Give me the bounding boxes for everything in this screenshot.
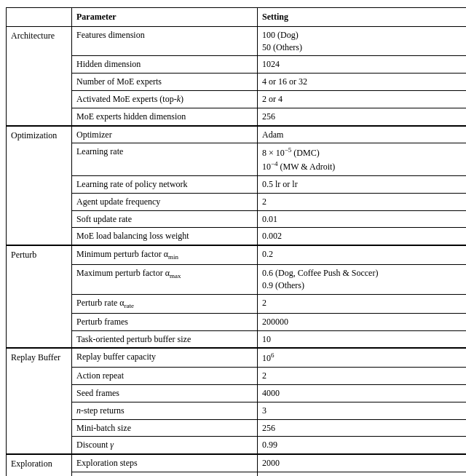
setting-cell: 2 bbox=[258, 368, 467, 385]
param-cell: n-step returns bbox=[72, 402, 258, 419]
setting-cell: 100 (Dog)50 (Others) bbox=[258, 26, 467, 56]
table-row: Number of MoE experts4 or 16 or 32 bbox=[7, 74, 467, 91]
param-cell: Action repeat bbox=[72, 368, 258, 385]
setting-cell: 2 bbox=[258, 294, 467, 313]
param-cell: Replay buffer capacity bbox=[72, 348, 258, 367]
param-cell: Learning rate of policy network bbox=[72, 175, 258, 193]
param-cell: Maximum perturb factor αmax bbox=[72, 265, 258, 295]
table-row: Seed frames4000 bbox=[7, 384, 467, 402]
param-cell: Perturb rate αrate bbox=[72, 294, 258, 313]
table-row: Replay BufferReplay buffer capacity106 bbox=[7, 348, 467, 367]
param-cell: Mini-batch size bbox=[72, 419, 258, 437]
setting-cell: Adam bbox=[258, 126, 467, 143]
setting-cell: 8 × 10−5 (DMC)10−4 (MW & Adroit) bbox=[258, 143, 467, 176]
header-parameter: Parameter bbox=[72, 8, 258, 27]
table-row: Linear exploration stddev. clip0.3 bbox=[7, 472, 467, 476]
table-row: ExplorationExploration steps2000 bbox=[7, 454, 467, 472]
setting-cell: 10 bbox=[258, 330, 467, 348]
section-cell: Perturb bbox=[7, 245, 72, 348]
param-cell: Number of MoE experts bbox=[72, 74, 258, 91]
table-row: Discount γ0.99 bbox=[7, 437, 467, 454]
setting-cell: 0.6 (Dog, Coffee Push & Soccer)0.9 (Othe… bbox=[258, 265, 467, 295]
param-cell: Soft update rate bbox=[72, 210, 258, 228]
param-cell: Task-oriented perturb buffer size bbox=[72, 330, 258, 348]
table-row: n-step returns3 bbox=[7, 402, 467, 419]
table-row: Activated MoE experts (top-k)2 or 4 bbox=[7, 90, 467, 108]
setting-cell: 2 or 4 bbox=[258, 90, 467, 108]
table-row: Learning rate8 × 10−5 (DMC)10−4 (MW & Ad… bbox=[7, 143, 467, 176]
param-cell: Features dimension bbox=[72, 26, 258, 56]
setting-cell: 106 bbox=[258, 348, 467, 367]
table-row: OptimizationOptimizerAdam bbox=[7, 126, 467, 143]
setting-cell: 1024 bbox=[258, 56, 467, 74]
setting-cell: 200000 bbox=[258, 313, 467, 330]
param-cell: MoE experts hidden dimension bbox=[72, 108, 258, 125]
param-cell: MoE load balancing loss weight bbox=[72, 228, 258, 245]
table-row: Mini-batch size256 bbox=[7, 419, 467, 437]
setting-cell: 3 bbox=[258, 402, 467, 419]
param-cell: Perturb frames bbox=[72, 313, 258, 330]
section-cell: Optimization bbox=[7, 126, 72, 246]
section-cell: Replay Buffer bbox=[7, 348, 72, 454]
param-cell: Optimizer bbox=[72, 126, 258, 143]
setting-cell: 0.3 bbox=[258, 472, 467, 476]
param-cell: Hidden dimension bbox=[72, 56, 258, 74]
setting-cell: 256 bbox=[258, 108, 467, 125]
setting-cell: 0.002 bbox=[258, 228, 467, 245]
setting-cell: 0.5 lr or lr bbox=[258, 175, 467, 193]
table-row: Hidden dimension1024 bbox=[7, 56, 467, 74]
table-row: Perturb frames200000 bbox=[7, 313, 467, 330]
table-row: PerturbMinimum perturb factor αmin0.2 bbox=[7, 245, 467, 264]
setting-cell: 2000 bbox=[258, 454, 467, 472]
param-cell: Learning rate bbox=[72, 143, 258, 176]
table-row: MoE load balancing loss weight0.002 bbox=[7, 228, 467, 245]
table-row: ArchitectureFeatures dimension100 (Dog)5… bbox=[7, 26, 467, 56]
param-cell: Discount γ bbox=[72, 437, 258, 454]
table-row: Soft update rate0.01 bbox=[7, 210, 467, 228]
param-cell: Linear exploration stddev. clip bbox=[72, 472, 258, 476]
section-cell: Architecture bbox=[7, 26, 72, 125]
table-row: Action repeat2 bbox=[7, 368, 467, 385]
setting-cell: 256 bbox=[258, 419, 467, 437]
param-cell: Minimum perturb factor αmin bbox=[72, 245, 258, 264]
param-cell: Exploration steps bbox=[72, 454, 258, 472]
section-cell: Exploration bbox=[7, 454, 72, 476]
setting-cell: 4 or 16 or 32 bbox=[258, 74, 467, 91]
table-row: MoE experts hidden dimension256 bbox=[7, 108, 467, 125]
header-section bbox=[7, 8, 72, 27]
setting-cell: 0.01 bbox=[258, 210, 467, 228]
setting-cell: 0.99 bbox=[258, 437, 467, 454]
setting-cell: 4000 bbox=[258, 384, 467, 402]
table-header-row: Parameter Setting bbox=[7, 8, 467, 27]
setting-cell: 0.2 bbox=[258, 245, 467, 264]
setting-cell: 2 bbox=[258, 193, 467, 210]
table-row: Learning rate of policy network0.5 lr or… bbox=[7, 175, 467, 193]
table-row: Task-oriented perturb buffer size10 bbox=[7, 330, 467, 348]
table-row: Maximum perturb factor αmax0.6 (Dog, Cof… bbox=[7, 265, 467, 295]
header-setting: Setting bbox=[258, 8, 467, 27]
table-row: Perturb rate αrate2 bbox=[7, 294, 467, 313]
param-cell: Seed frames bbox=[72, 384, 258, 402]
table-row: Agent update frequency2 bbox=[7, 193, 467, 210]
param-cell: Activated MoE experts (top-k) bbox=[72, 90, 258, 108]
param-cell: Agent update frequency bbox=[72, 193, 258, 210]
